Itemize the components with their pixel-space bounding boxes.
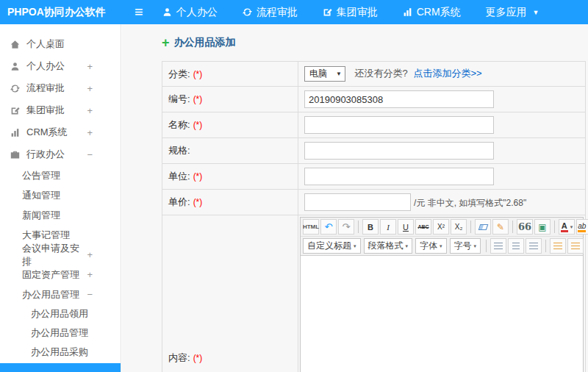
content-label: 内容:(*) (162, 215, 298, 372)
sidebar-item-crm[interactable]: CRM系统 + (0, 121, 121, 143)
sidebar-item-desktop[interactable]: 个人桌面 (0, 33, 121, 55)
editor-toolbar-row2: 自定义标题 ▾ 段落格式 ▾ 字体 ▾ 字号 ▾ (301, 237, 583, 255)
sidebar-item-supplies-manage[interactable]: 办公用品管理 (0, 323, 121, 343)
font-size-select[interactable]: 字号 ▾ (450, 238, 481, 254)
eraser-icon (478, 224, 488, 230)
sidebar-item-label: 办公用品管理 (31, 326, 88, 340)
ordered-list-button[interactable] (550, 238, 566, 254)
underline-button[interactable]: U (398, 219, 414, 235)
align-left-button[interactable] (490, 238, 506, 254)
eraser-button[interactable] (475, 219, 491, 235)
code-input[interactable] (304, 90, 494, 108)
align-center-icon (512, 243, 520, 250)
sidebar-item-workflow-approval[interactable]: 流程审批 + (0, 77, 121, 99)
expand-icon: + (87, 83, 93, 94)
sidebar-item-label: 集团审批 (26, 104, 65, 117)
add-category-link[interactable]: 点击添加分类>> (413, 68, 481, 79)
sidebar: 个人桌面 个人办公 + 流程审批 + 集团审批 + CRM系统 + 行政办公 −… (0, 24, 121, 372)
caret-down-icon: ▾ (474, 243, 477, 249)
heading-select[interactable]: 自定义标题 ▾ (303, 238, 361, 254)
font-color-button[interactable]: A ▾ (559, 219, 575, 235)
supply-add-form: 分类:(*) 电脑 ▼ 还没有分类? 点击添加分类>> 编号:(*) 名称:(*… (162, 61, 586, 372)
sidebar-item-office-supplies-mgmt[interactable]: 办公用品管理 − (0, 285, 121, 304)
align-center-button[interactable] (508, 238, 524, 254)
sidebar-item-notice-mgmt[interactable]: 通知管理 (0, 185, 121, 205)
price-cell: /元 非中文, 如填写格式"2.68" (298, 190, 586, 215)
code-label: 编号:(*) (162, 87, 298, 112)
sync-icon (10, 84, 20, 93)
sidebar-item-announcement-mgmt[interactable]: 公告管理 (0, 165, 121, 185)
sidebar-item-active-partial[interactable] (0, 363, 121, 372)
name-input[interactable] (304, 116, 494, 134)
insert-image-button[interactable]: ▣ (534, 219, 551, 235)
sidebar-item-label: 流程审批 (26, 82, 65, 95)
bold-button[interactable]: B (362, 219, 379, 235)
edit-icon (10, 106, 20, 115)
subscript-button[interactable]: X₂ (451, 219, 467, 235)
field-label: 单位: (168, 171, 190, 182)
sidebar-item-label: 大事记管理 (22, 229, 70, 242)
form-row-code: 编号:(*) (162, 87, 586, 112)
spec-input[interactable] (304, 142, 494, 160)
expand-icon: + (87, 127, 93, 138)
add-icon: + (162, 36, 170, 49)
caret-down-icon: ▼ (336, 71, 342, 77)
sidebar-item-fixed-assets-mgmt[interactable]: 固定资产管理 + (0, 265, 121, 285)
spec-label: 规格: (162, 138, 298, 164)
sidebar-item-news-mgmt[interactable]: 新闻管理 (0, 205, 121, 225)
nav-workflow-approval[interactable]: 流程审批 (243, 6, 298, 19)
unordered-list-button[interactable] (567, 238, 584, 254)
nav-group-approval[interactable]: 集团审批 (323, 6, 378, 19)
sidebar-item-label: 个人桌面 (26, 37, 65, 51)
paragraph-format-value: 段落格式 (368, 240, 404, 252)
category-select[interactable]: 电脑 ▼ (304, 66, 345, 82)
rich-text-editor: HTML ↶ ↷ B I U ABC X² X₂ ✎ 6 (300, 217, 584, 372)
paragraph-format-select[interactable]: 段落格式 ▾ (364, 238, 413, 254)
sidebar-item-label: 办公用品管理 (22, 288, 79, 301)
user-icon (162, 7, 172, 17)
field-label: 规格: (168, 145, 190, 156)
form-row-spec: 规格: (162, 138, 586, 164)
undo-button[interactable]: ↶ (320, 219, 337, 235)
menu-icon[interactable]: ≡ (121, 4, 143, 21)
unordered-list-icon (571, 243, 580, 250)
toolbar-separator (486, 240, 487, 252)
sidebar-item-supplies-claim[interactable]: 办公用品领用 (0, 304, 121, 323)
sidebar-item-group-approval[interactable]: 集团审批 + (0, 99, 121, 121)
nav-personal-office[interactable]: 个人办公 (162, 6, 218, 19)
name-label: 名称:(*) (162, 112, 298, 138)
font-family-select[interactable]: 字体 ▾ (415, 238, 447, 254)
blockquote-button[interactable]: 66 (517, 219, 533, 235)
redo-button[interactable]: ↷ (338, 219, 354, 235)
price-input[interactable] (304, 193, 411, 211)
strikethrough-button[interactable]: ABC (415, 219, 431, 235)
sidebar-item-supplies-purchase[interactable]: 办公用品采购 (0, 343, 121, 362)
caret-down-icon: ▾ (406, 243, 409, 249)
sidebar-item-personal-office[interactable]: 个人办公 + (0, 55, 121, 77)
price-label: 单价:(*) (162, 190, 298, 215)
nav-crm[interactable]: CRM系统 (403, 6, 461, 19)
sidebar-item-meeting-mgmt[interactable]: 会议申请及安排 + (0, 245, 121, 265)
align-right-button[interactable] (526, 238, 542, 254)
sidebar-item-label: CRM系统 (26, 126, 68, 139)
spec-cell (298, 138, 586, 164)
format-brush-button[interactable]: ✎ (492, 219, 509, 235)
highlight-color-button[interactable]: ab ▾ (576, 219, 588, 235)
sidebar-item-label: 会议申请及安排 (22, 242, 87, 268)
nav-more-apps[interactable]: 更多应用 ▼ (486, 6, 539, 19)
page-title-text: 办公用品添加 (174, 36, 236, 49)
editor-content-area[interactable] (301, 255, 583, 372)
nav-label: 流程审批 (257, 6, 298, 19)
italic-button[interactable]: I (380, 219, 396, 235)
unit-input[interactable] (304, 168, 494, 185)
nav-label: CRM系统 (417, 6, 461, 19)
source-code-button[interactable]: HTML (303, 219, 319, 235)
user-icon (10, 62, 20, 71)
sidebar-item-admin-office[interactable]: 行政办公 − (0, 143, 121, 165)
form-row-unit: 单位:(*) (162, 164, 586, 190)
caret-down-icon: ▾ (570, 224, 573, 230)
expand-icon: + (87, 249, 93, 260)
required-mark: (*) (193, 197, 203, 207)
superscript-button[interactable]: X² (433, 219, 449, 235)
topbar: PHPOA协同办公软件 ≡ 个人办公 流程审批 集团审批 CRM系统 更多应用 … (0, 0, 588, 24)
